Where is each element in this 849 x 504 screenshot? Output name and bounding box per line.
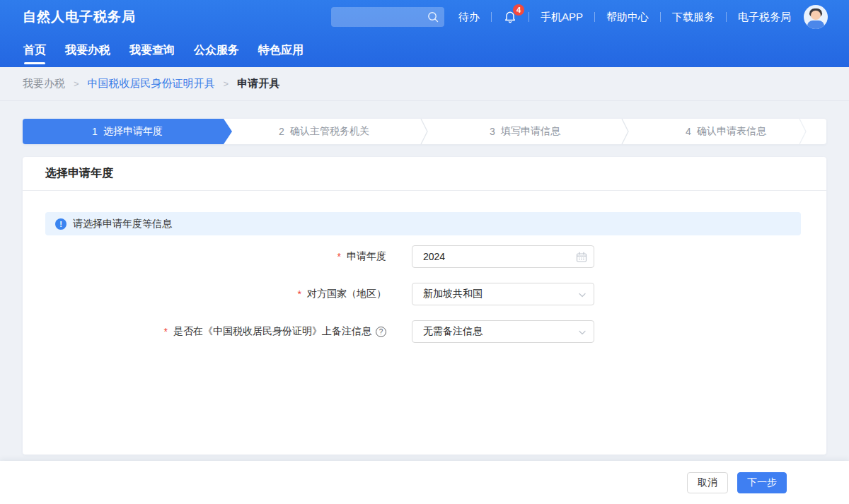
chevron-down-icon [577, 327, 587, 338]
user-avatar[interactable] [804, 5, 828, 29]
todo-link[interactable]: 待办 [458, 11, 480, 24]
required-asterisk: * [298, 288, 301, 300]
step-label: 填写申请信息 [501, 125, 560, 138]
step-separator [621, 119, 629, 144]
form-row-year: * 申请年度 [45, 245, 801, 268]
search-box[interactable] [331, 7, 444, 27]
etax-bureau-link[interactable]: 电子税务局 [738, 11, 791, 24]
year-input[interactable] [412, 246, 561, 267]
step-2-confirm-tax-authority: 2 确认主管税务机关 [224, 119, 424, 144]
notification-bell[interactable]: 4 [503, 10, 517, 25]
nav-tab-inquiry[interactable]: 我要查询 [129, 34, 175, 67]
nav-tab-public-services[interactable]: 公众服务 [194, 34, 239, 67]
breadcrumb: 我要办税 > 中国税收居民身份证明开具 > 申请开具 [0, 67, 849, 101]
calendar-icon[interactable] [576, 252, 587, 263]
download-service-link[interactable]: 下载服务 [672, 11, 715, 24]
header-top-bar: 自然人电子税务局 待办 4 手机APP 帮助中心 下载服务 电子税务局 [0, 0, 849, 34]
breadcrumb-separator: > [224, 78, 229, 89]
form-row-country: * 对方国家（地区） 新加坡共和国 [45, 283, 801, 305]
info-banner: ! 请选择申请年度等信息 [45, 212, 801, 235]
step-3-fill-application: 3 填写申请信息 [424, 119, 625, 144]
step-separator [420, 119, 428, 144]
breadcrumb-current-page: 申请开具 [237, 77, 279, 90]
remark-label: * 是否在《中国税收居民身份证明》上备注信息 ? [45, 325, 386, 338]
remark-select-value: 无需备注信息 [412, 325, 483, 338]
step-separator [799, 119, 807, 144]
nav-tab-tax-services[interactable]: 我要办税 [65, 34, 110, 67]
nav-tab-featured-apps[interactable]: 特色应用 [258, 34, 304, 67]
step-1-select-year: 1 选择申请年度 [23, 119, 232, 144]
notification-badge: 4 [513, 4, 524, 16]
country-label: * 对方国家（地区） [45, 288, 386, 300]
divider [726, 12, 727, 22]
country-select-value: 新加坡共和国 [412, 288, 483, 300]
step-4-confirm-application-form: 4 确认申请表信息 [625, 119, 826, 144]
year-input-box[interactable] [412, 245, 594, 268]
help-icon[interactable]: ? [376, 327, 386, 337]
remark-select[interactable]: 无需备注信息 [412, 320, 594, 343]
breadcrumb-link-tax-services[interactable]: 我要办税 [23, 77, 65, 90]
breadcrumb-separator: > [74, 78, 79, 89]
search-icon[interactable] [427, 11, 439, 23]
next-step-button[interactable]: 下一步 [737, 472, 787, 493]
help-center-link[interactable]: 帮助中心 [606, 11, 649, 24]
card-header: 选择申请年度 [23, 157, 826, 191]
main-nav: 首页 我要办税 我要查询 公众服务 特色应用 [0, 34, 849, 67]
breadcrumb-link-certificate[interactable]: 中国税收居民身份证明开具 [88, 77, 215, 90]
step-label: 确认申请表信息 [697, 125, 766, 138]
year-label: * 申请年度 [45, 250, 386, 263]
country-select[interactable]: 新加坡共和国 [412, 283, 594, 305]
section-title: 选择申请年度 [45, 166, 113, 181]
form-row-remark: * 是否在《中国税收居民身份证明》上备注信息 ? 无需备注信息 [45, 320, 801, 343]
app-header: 自然人电子税务局 待办 4 手机APP 帮助中心 下载服务 电子税务局 [0, 0, 849, 67]
divider [529, 12, 529, 22]
action-footer: 取消 下一步 [0, 461, 849, 504]
info-icon: ! [55, 218, 67, 230]
application-form: * 申请年度 * 对方国家（地区） 新加坡共和国 [45, 245, 801, 343]
nav-tab-home[interactable]: 首页 [23, 34, 46, 67]
app-title: 自然人电子税务局 [23, 8, 136, 26]
search-input[interactable] [331, 7, 423, 27]
info-banner-text: 请选择申请年度等信息 [73, 218, 172, 230]
mobile-app-link[interactable]: 手机APP [541, 11, 583, 24]
required-asterisk: * [164, 326, 168, 337]
cancel-button[interactable]: 取消 [687, 472, 728, 493]
divider [594, 12, 595, 22]
step-label: 选择申请年度 [103, 125, 163, 138]
main-card: 选择申请年度 ! 请选择申请年度等信息 * 申请年度 [23, 157, 826, 455]
required-asterisk: * [337, 251, 341, 262]
divider [491, 12, 492, 22]
chevron-down-icon [577, 289, 587, 300]
step-label: 确认主管税务机关 [290, 125, 369, 138]
divider [660, 12, 661, 22]
step-wizard: 1 选择申请年度 2 确认主管税务机关 3 填写申请信息 4 确认申请表信息 [23, 119, 826, 144]
